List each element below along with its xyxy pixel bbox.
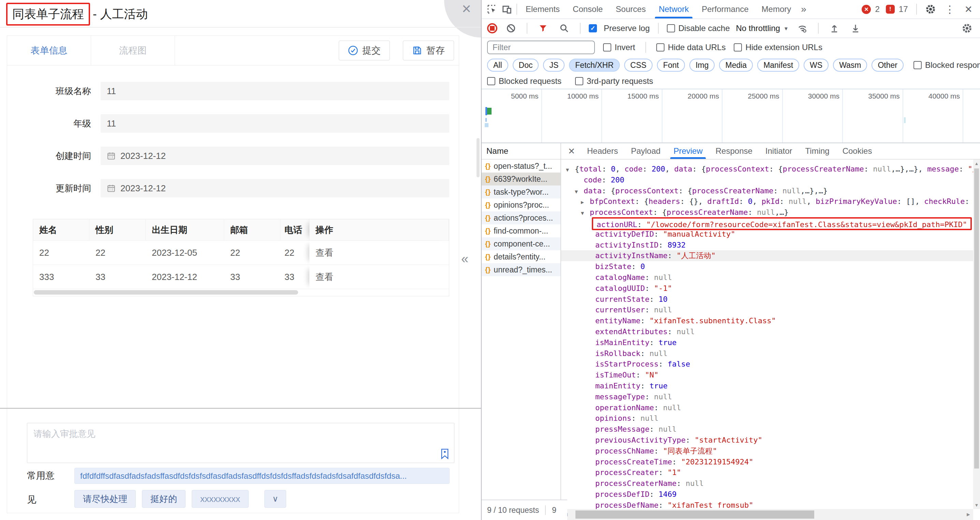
- detail-tab[interactable]: Response: [709, 143, 759, 159]
- checkbox-checked[interactable]: ✓: [589, 24, 597, 32]
- type-filter-pill[interactable]: WS: [803, 59, 829, 72]
- saved-phrase-chip[interactable]: fdfdfdffsdfasdfadsfadsffasdfdsfdsfsdfasd…: [74, 468, 450, 484]
- issues-icon[interactable]: !: [886, 5, 895, 14]
- expand-triangle-icon[interactable]: ▼: [575, 186, 584, 197]
- devtools-tab[interactable]: Sources: [609, 0, 652, 18]
- type-filter-pill[interactable]: Wasm: [833, 59, 867, 72]
- issues-count[interactable]: 17: [899, 5, 908, 14]
- table-cell[interactable]: 22: [33, 241, 89, 265]
- field-value[interactable]: 11: [101, 114, 449, 133]
- table-cell[interactable]: 2023-12-12: [146, 265, 224, 289]
- device-toolbar-icon[interactable]: [500, 2, 514, 17]
- bookmark-icon[interactable]: [441, 448, 449, 459]
- phrase-chip[interactable]: 请尽快处理: [74, 490, 136, 508]
- request-row[interactable]: {} find-common-...: [482, 224, 560, 237]
- horizontal-scrollbar[interactable]: ◄ ►: [561, 509, 973, 520]
- network-filter-input[interactable]: [487, 41, 595, 54]
- horizontal-splitter[interactable]: [0, 408, 481, 409]
- field-value[interactable]: 2023-12-12: [101, 146, 449, 165]
- devtools-tab[interactable]: Performance: [695, 0, 755, 18]
- app-scrollbar-thumb[interactable]: [477, 138, 480, 177]
- third-party-requests-checkbox[interactable]: 3rd-party requests: [575, 76, 653, 86]
- devtools-tab[interactable]: Memory: [755, 0, 798, 18]
- type-filter-pill[interactable]: Font: [657, 59, 685, 72]
- table-cell[interactable]: 33: [89, 265, 146, 289]
- submit-button[interactable]: 提交: [339, 41, 390, 60]
- scrollbar-thumb[interactable]: [34, 290, 298, 294]
- detail-tab[interactable]: Preview: [667, 143, 709, 159]
- invert-checkbox[interactable]: Invert: [603, 43, 635, 52]
- vertical-scrollbar[interactable]: ▲ ▼: [973, 160, 980, 509]
- form-tab[interactable]: 表单信息: [7, 36, 91, 65]
- table-cell[interactable]: 查看: [309, 241, 449, 265]
- devtools-tab[interactable]: Console: [566, 0, 609, 18]
- devtools-close-icon[interactable]: ✕: [962, 4, 975, 15]
- checkbox-unchecked[interactable]: [667, 24, 675, 32]
- table-cell[interactable]: 22: [280, 241, 309, 265]
- detail-tab[interactable]: Timing: [799, 143, 836, 159]
- type-filter-pill[interactable]: Doc: [513, 59, 539, 72]
- hide-data-urls-checkbox[interactable]: Hide data URLs: [656, 43, 725, 52]
- type-filter-pill[interactable]: Other: [872, 59, 904, 72]
- type-filter-pill[interactable]: JS: [543, 59, 565, 72]
- import-har-icon[interactable]: [827, 21, 842, 36]
- type-filter-pill[interactable]: Fetch/XHR: [569, 59, 619, 72]
- request-row[interactable]: {} component-ce...: [482, 237, 560, 250]
- blocked-requests-checkbox[interactable]: Blocked requests: [487, 76, 562, 86]
- table-cell[interactable]: 333: [33, 265, 89, 289]
- scroll-up-arrow-icon[interactable]: ▲: [973, 161, 980, 166]
- network-settings-gear-icon[interactable]: [959, 21, 980, 36]
- export-har-icon[interactable]: [848, 21, 863, 36]
- request-row[interactable]: {} actions?proces...: [482, 211, 560, 224]
- hide-extension-urls-checkbox[interactable]: Hide extension URLs: [734, 43, 822, 52]
- error-count[interactable]: 2: [875, 5, 879, 14]
- field-value[interactable]: 2023-12-12: [101, 179, 449, 197]
- save-draft-button[interactable]: 暂存: [403, 41, 454, 60]
- expand-triangle-icon[interactable]: ▼: [566, 165, 575, 176]
- table-cell[interactable]: 33: [280, 265, 309, 289]
- table-cell[interactable]: 22: [224, 241, 280, 265]
- approval-comment-input[interactable]: [27, 423, 454, 463]
- expand-triangle-icon[interactable]: ▶: [581, 197, 590, 208]
- detail-tab[interactable]: Headers: [581, 143, 625, 159]
- collapse-panel-icon[interactable]: «: [461, 252, 468, 266]
- request-row[interactable]: {} task-type?wor...: [482, 186, 560, 199]
- scroll-right-arrow-icon[interactable]: ►: [964, 509, 973, 520]
- preserve-log-checkbox[interactable]: ✓ Preserve log: [589, 24, 650, 33]
- settings-gear-icon[interactable]: [923, 2, 938, 17]
- inspect-element-icon[interactable]: [484, 2, 500, 17]
- form-tab[interactable]: 流程图: [91, 36, 175, 65]
- filter-funnel-icon[interactable]: [536, 21, 550, 36]
- table-cell[interactable]: 33: [224, 265, 280, 289]
- network-timeline-overview[interactable]: 5000 ms 10000 ms 15000 ms 20000 ms 25000…: [482, 89, 980, 143]
- scrollbar-thumb[interactable]: [974, 169, 979, 469]
- scroll-down-arrow-icon[interactable]: ▼: [973, 503, 980, 508]
- phrase-chip[interactable]: xxxxxxxxx: [192, 490, 249, 508]
- throttling-select[interactable]: No throttling ▼: [736, 24, 788, 33]
- request-row[interactable]: {} 6639?workIte...: [482, 173, 560, 186]
- field-value[interactable]: 11: [101, 82, 449, 100]
- disable-cache-checkbox[interactable]: Disable cache: [667, 24, 730, 33]
- expand-triangle-icon[interactable]: ▼: [581, 208, 590, 219]
- devtools-tab[interactable]: Elements: [519, 0, 566, 18]
- detail-tab[interactable]: Initiator: [759, 143, 799, 159]
- more-tabs-icon[interactable]: »: [797, 4, 810, 15]
- more-phrases-button[interactable]: ∨: [264, 490, 286, 508]
- type-filter-pill[interactable]: Img: [689, 59, 714, 72]
- scrollbar-thumb[interactable]: [576, 510, 814, 518]
- search-icon[interactable]: [557, 21, 572, 36]
- detail-tab[interactable]: Payload: [625, 143, 667, 159]
- phrase-chip[interactable]: 挺好的: [142, 490, 186, 508]
- detail-tab[interactable]: Cookies: [836, 143, 879, 159]
- request-row[interactable]: {} opinions?proc...: [482, 199, 560, 211]
- type-filter-pill[interactable]: All: [487, 59, 508, 72]
- table-cell[interactable]: 查看: [309, 265, 449, 289]
- table-cell[interactable]: 22: [89, 241, 146, 265]
- table-horizontal-scrollbar[interactable]: [33, 289, 449, 296]
- console-errors-icon[interactable]: ✕: [862, 5, 871, 14]
- devtools-tab[interactable]: Network: [652, 0, 695, 18]
- clear-network-log-icon[interactable]: [503, 21, 519, 36]
- type-filter-pill[interactable]: Manifest: [757, 59, 799, 72]
- blocked-cookies-checkbox[interactable]: Blocked response cookies: [913, 60, 980, 70]
- close-detail-icon[interactable]: ✕: [563, 146, 581, 156]
